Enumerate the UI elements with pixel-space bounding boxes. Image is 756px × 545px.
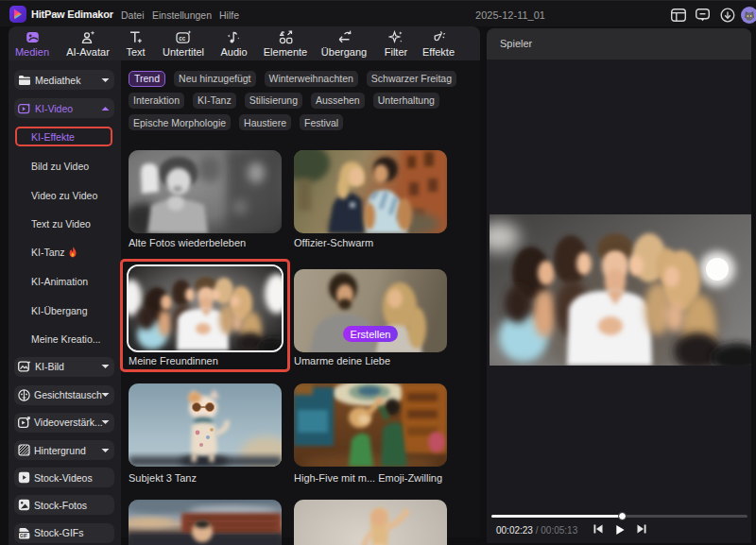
svg-text:cc: cc <box>179 35 186 42</box>
svg-text:GIF: GIF <box>20 534 27 538</box>
